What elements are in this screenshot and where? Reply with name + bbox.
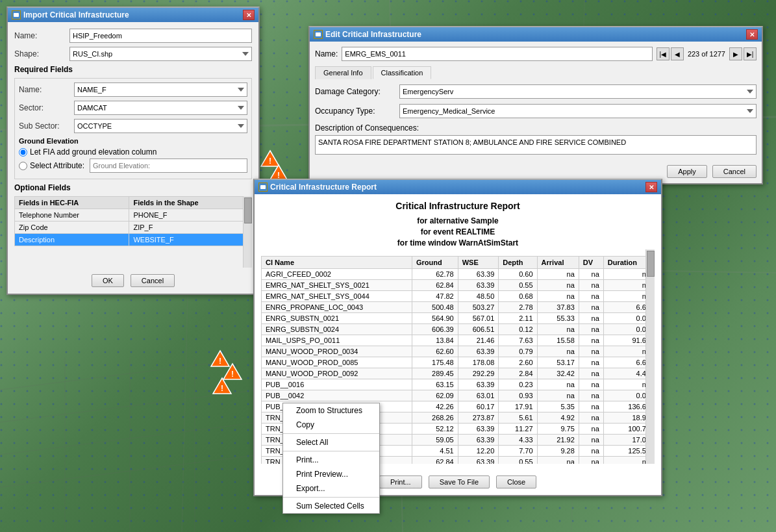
context-menu: Zoom to StructuresCopySelect AllPrint...… [282, 403, 380, 514]
table-cell: na [579, 280, 603, 291]
required-fields-title: Required Fields [14, 65, 252, 74]
table-cell: PUB__0042 [262, 390, 412, 401]
table-cell: 2.78 [499, 302, 537, 313]
nav-prev-btn[interactable]: ◀ [671, 47, 684, 60]
col-dv: DV [579, 257, 603, 269]
table-cell: 5.35 [537, 401, 579, 412]
table-cell: 7.63 [499, 335, 537, 346]
req-subsector-select[interactable]: OCCTYPE [74, 119, 247, 133]
table-row[interactable]: MANU_WOOD_PROD_0092289.45292.292.8432.42… [262, 368, 655, 379]
table-cell: na [579, 302, 603, 313]
tab-general-info[interactable]: General Info [315, 66, 371, 79]
import-shape-label: Shape: [14, 49, 69, 58]
report-title-bar[interactable]: Critical Infrastructure Report ✕ [255, 180, 661, 194]
report-save-btn[interactable]: Save To File [429, 475, 490, 488]
table-row[interactable]: PUB__001663.1563.390.23nanana [262, 379, 655, 390]
optional-table-row[interactable]: Telephone NumberPHONE_F [15, 209, 252, 222]
edit-close-btn[interactable]: ✕ [746, 29, 758, 40]
table-cell: 21.46 [458, 335, 499, 346]
report-scrollbar-thumb[interactable] [647, 251, 655, 277]
nav-last-btn[interactable]: ▶| [744, 47, 757, 60]
report-main-title: Critical Infrastructure Report [261, 201, 655, 211]
context-menu-item[interactable]: Print Preview... [283, 467, 379, 481]
import-name-input[interactable] [69, 29, 252, 43]
table-cell: EMRG_NAT_SHELT_SYS_0044 [262, 291, 412, 302]
ground-elev-attr-input[interactable] [90, 158, 247, 173]
optional-table-container: Fields in HEC-FIA Fields in the Shape Te… [14, 196, 252, 268]
table-cell: 63.39 [458, 457, 499, 464]
table-cell: 55.33 [537, 313, 579, 324]
table-row[interactable]: MANU_WOOD_PROD_0085175.48178.082.6053.17… [262, 357, 655, 368]
optional-scrollbar-thumb[interactable] [244, 197, 252, 223]
optional-col2-cell: PHONE_F [129, 209, 252, 222]
table-cell: 48.50 [458, 291, 499, 302]
table-cell: 9.28 [537, 446, 579, 457]
svg-text:!: ! [221, 384, 223, 393]
edit-name-select[interactable]: EMRG_EMS_0011 [342, 47, 653, 61]
table-cell: na [579, 401, 603, 412]
table-cell: na [537, 390, 579, 401]
table-row[interactable]: MANU_WOOD_PROD_003462.6063.390.79nanana [262, 346, 655, 357]
edit-apply-btn[interactable]: Apply [667, 165, 707, 178]
report-scrollbar[interactable] [645, 249, 655, 464]
table-row[interactable]: PUB__004262.0963.010.93nana0.00 [262, 390, 655, 401]
context-menu-item[interactable]: Select All [283, 435, 379, 450]
optional-scrollbar[interactable] [243, 196, 252, 268]
radio-select-attr-label: Select Attribute: [30, 161, 84, 170]
table-row[interactable]: MAIL_USPS_PO_001113.8421.467.6315.58na91… [262, 335, 655, 346]
report-close-title-btn[interactable]: ✕ [645, 182, 657, 192]
edit-cancel-btn[interactable]: Cancel [712, 165, 757, 178]
ground-elev-title: Ground Elevation [19, 137, 247, 145]
import-cancel-btn[interactable]: Cancel [131, 274, 175, 287]
table-row[interactable]: EMRG_NAT_SHELT_SYS_002162.8463.390.55nan… [262, 280, 655, 291]
table-row[interactable]: ENRG_SUBSTN_0021564.90567.012.1155.33na0… [262, 313, 655, 324]
table-cell: 0.23 [499, 379, 537, 390]
tab-classification[interactable]: Classification [373, 66, 432, 79]
table-cell: na [579, 390, 603, 401]
table-cell: na [579, 269, 603, 280]
context-menu-item[interactable]: Export... [283, 481, 379, 496]
import-shape-select[interactable]: RUS_CI.shp [69, 47, 252, 61]
table-row[interactable]: EMRG_NAT_SHELT_SYS_004447.8248.500.68nan… [262, 291, 655, 302]
table-cell: 606.39 [412, 324, 458, 335]
table-cell: 12.20 [458, 446, 499, 457]
req-name-select[interactable]: NAME_F [74, 82, 247, 97]
report-sub3: for time window WarnAtSimStart [261, 238, 655, 247]
col-depth: Depth [499, 257, 537, 269]
context-menu-item[interactable]: Sum Selected Cells [283, 499, 379, 513]
table-cell: 60.17 [458, 401, 499, 412]
optional-col2-cell: WEBSITE_F [129, 234, 252, 246]
req-sector-select[interactable]: DAMCAT [74, 101, 247, 115]
table-cell: MAIL_USPS_PO_0011 [262, 335, 412, 346]
import-close-btn[interactable]: ✕ [243, 10, 255, 20]
report-close-btn[interactable]: Close [496, 475, 536, 488]
radio-select-attr[interactable] [19, 162, 27, 170]
optional-table-row[interactable]: Zip CodeZIP_F [15, 222, 252, 234]
table-cell: 63.39 [458, 435, 499, 446]
damage-category-select[interactable]: EmergencyServ [399, 84, 757, 99]
table-cell: na [537, 324, 579, 335]
nav-first-btn[interactable]: |◀ [657, 47, 670, 60]
optional-table-row[interactable]: DescriptionWEBSITE_F [15, 234, 252, 246]
table-row[interactable]: ENRG_PROPANE_LOC_0043500.48503.272.7837.… [262, 302, 655, 313]
nav-next-btn[interactable]: ▶ [729, 47, 742, 60]
report-print-btn[interactable]: Print... [379, 475, 422, 488]
context-menu-item[interactable]: Zoom to Structures [283, 403, 379, 418]
table-cell: 268.26 [412, 412, 458, 424]
radio-add-column[interactable] [19, 148, 27, 157]
context-menu-item[interactable]: Print... [283, 453, 379, 467]
edit-name-label: Name: [315, 49, 338, 58]
table-cell: 606.51 [458, 324, 499, 335]
occupancy-type-select[interactable]: Emergency_Medical_Service [399, 104, 757, 118]
edit-tabs: General Info Classification [315, 66, 757, 79]
import-ok-btn[interactable]: OK [92, 274, 124, 287]
context-menu-item[interactable]: Copy [283, 418, 379, 432]
table-cell: na [579, 357, 603, 368]
import-title-bar[interactable]: Import Critical Infrastructure ✕ [8, 8, 258, 22]
table-row[interactable]: ENRG_SUBSTN_0024606.39606.510.12nana0.00 [262, 324, 655, 335]
table-cell: ENRG_SUBSTN_0021 [262, 313, 412, 324]
table-cell: PUB__0016 [262, 379, 412, 390]
edit-title-bar[interactable]: Edit Critical Infrastructure ✕ [310, 27, 762, 42]
table-row[interactable]: AGRI_CFEED_000262.7863.390.60nanana [262, 269, 655, 280]
table-cell: na [579, 446, 603, 457]
